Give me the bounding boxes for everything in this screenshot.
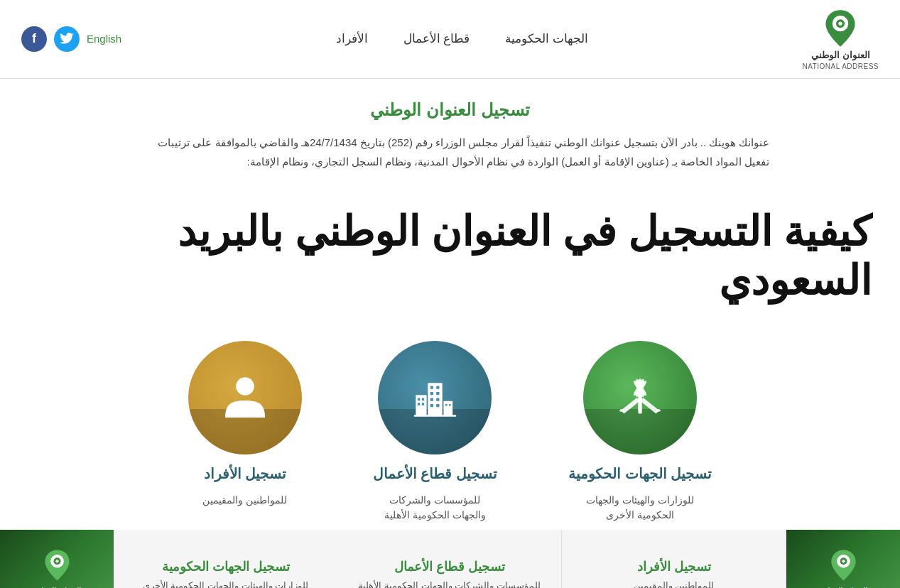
- page-description: عنوانك هوينك .. بادر الآن بتسجيل عنوانك …: [131, 133, 770, 171]
- nav-individuals[interactable]: الأفراد: [336, 31, 368, 46]
- svg-rect-14: [430, 392, 433, 395]
- svg-point-29: [236, 377, 254, 396]
- header: العنوان الوطني NATIONAL ADDRESS الجهات ا…: [0, 0, 900, 79]
- svg-rect-16: [430, 398, 433, 401]
- svg-rect-27: [449, 404, 451, 406]
- circle-business-img: [378, 341, 492, 454]
- bottom-government-title: تسجيل الجهات الحكومية: [162, 559, 290, 575]
- header-social-lang: f English: [21, 26, 121, 52]
- circle-individuals-desc: للمواطنين والمقيمين: [202, 493, 287, 508]
- svg-rect-9: [619, 409, 624, 412]
- bottom-section-government[interactable]: تسجيل الجهات الحكومية للوزارات والهيئات …: [114, 530, 337, 588]
- svg-rect-24: [422, 403, 424, 405]
- svg-point-32: [842, 560, 845, 563]
- bottom-government-desc: للوزارات والهيئات والجهات الحكومية الأخر…: [143, 579, 308, 588]
- nav-government[interactable]: الجهات الحكومية: [505, 31, 588, 46]
- circle-government-title: تسجيل الجهات الحكومية: [568, 465, 712, 482]
- circle-individuals[interactable]: تسجيل الأفراد للمواطنين والمقيمين: [188, 341, 302, 508]
- facebook-icon[interactable]: f: [21, 26, 47, 52]
- bottom-business-desc: للمؤسسات والشركات والجهات الحكومية الأهل…: [358, 579, 540, 588]
- svg-rect-23: [418, 403, 420, 405]
- bottom-banner-center: تسجيل الأفراد للمواطنين والمقيمين تسجيل …: [114, 530, 786, 588]
- circle-business[interactable]: تسجيل قطاع الأعمال للمؤسسات والشركات وال…: [373, 341, 497, 523]
- main-navigation: الجهات الحكومية قطاع الأعمال الأفراد: [336, 31, 588, 46]
- bottom-section-business[interactable]: تسجيل قطاع الأعمال للمؤسسات والشركات وال…: [337, 530, 562, 588]
- bottom-individuals-title: تسجيل الأفراد: [637, 559, 711, 575]
- circle-individuals-img: [188, 341, 302, 454]
- bottom-banner-right-logo: العنوان الوطني NATIONAL ADDRESS: [0, 530, 114, 588]
- big-heading: كيفية التسجيل في العنوان الوطني بالبريد …: [0, 200, 900, 312]
- svg-point-2: [839, 22, 842, 26]
- svg-point-35: [55, 560, 58, 563]
- circle-government-img: [583, 341, 697, 454]
- svg-rect-11: [428, 383, 442, 416]
- svg-rect-28: [414, 415, 457, 417]
- nav-business[interactable]: قطاع الأعمال: [403, 31, 470, 46]
- svg-rect-10: [656, 409, 661, 412]
- circle-business-title: تسجيل قطاع الأعمال: [373, 465, 497, 482]
- svg-rect-19: [436, 404, 439, 407]
- circles-row: تسجيل الجهات الحكومية للوزارات والهيئات …: [0, 320, 900, 530]
- svg-rect-25: [443, 401, 452, 415]
- bottom-business-title: تسجيل قطاع الأعمال: [394, 559, 505, 575]
- main-content: تسجيل العنوان الوطني عنوانك هوينك .. باد…: [0, 79, 900, 200]
- bottom-section-individuals[interactable]: تسجيل الأفراد للمواطنين والمقيمين: [562, 530, 786, 588]
- svg-rect-21: [418, 398, 420, 400]
- english-link[interactable]: English: [87, 33, 121, 45]
- page-title: تسجيل العنوان الوطني: [57, 100, 843, 120]
- bottom-banner-left-logo: العنوان الوطني NATIONAL ADDRESS: [786, 530, 900, 588]
- twitter-icon[interactable]: [54, 26, 80, 52]
- bottom-banner: العنوان الوطني NATIONAL ADDRESS تسجيل ال…: [0, 530, 900, 588]
- svg-rect-13: [436, 386, 439, 388]
- circle-individuals-title: تسجيل الأفراد: [204, 465, 287, 482]
- svg-rect-17: [436, 398, 439, 401]
- logo-arabic-text: العنوان الوطني: [803, 50, 879, 62]
- svg-rect-15: [436, 392, 439, 395]
- svg-rect-12: [430, 386, 433, 388]
- circle-government[interactable]: تسجيل الجهات الحكومية للوزارات والهيئات …: [568, 341, 712, 523]
- circle-business-desc: للمؤسسات والشركات والجهات الحكومية الأهل…: [378, 493, 492, 523]
- svg-rect-20: [416, 395, 426, 416]
- svg-rect-18: [430, 404, 433, 407]
- bottom-individuals-desc: للمواطنين والمقيمين: [634, 579, 715, 588]
- logo-english-text: NATIONAL ADDRESS: [803, 62, 879, 71]
- circle-government-desc: للوزارات والهيئات والجهات الحكومية الأخر…: [583, 493, 697, 523]
- svg-rect-22: [422, 398, 424, 400]
- site-logo[interactable]: العنوان الوطني NATIONAL ADDRESS: [803, 7, 879, 71]
- svg-rect-26: [445, 404, 448, 406]
